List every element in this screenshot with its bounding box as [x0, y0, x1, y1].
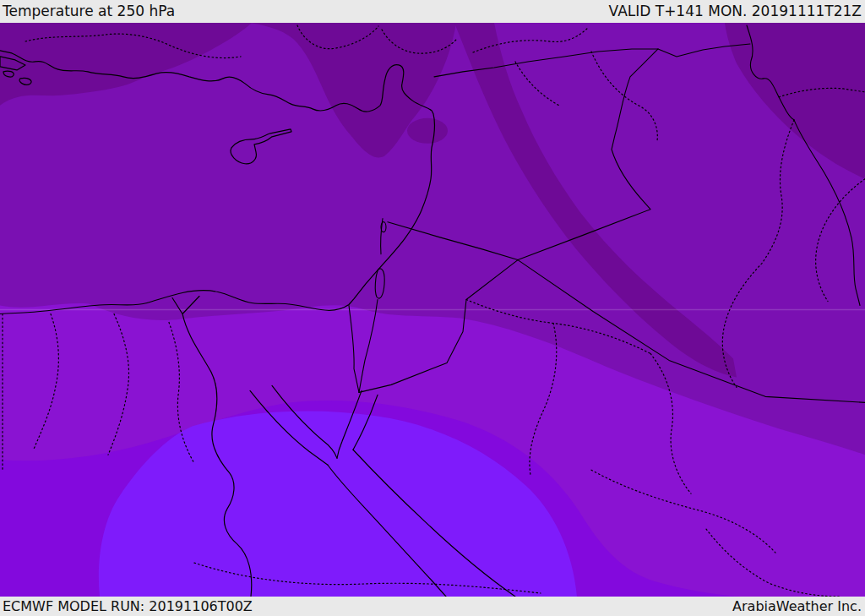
- map-area: [0, 23, 865, 597]
- model-run-label: ECMWF MODEL RUN: 20191106T00Z: [3, 600, 253, 613]
- header-bar: Temperature at 250 hPa VALID T+141 MON. …: [0, 0, 865, 23]
- map-canvas: [0, 23, 865, 597]
- credit-label: ArabiaWeather Inc.: [732, 600, 862, 613]
- footer-bar: ECMWF MODEL RUN: 20191106T00Z ArabiaWeat…: [0, 597, 865, 616]
- valid-time-label: VALID T+141 MON. 20191111T21Z: [609, 4, 862, 19]
- parameter-title: Temperature at 250 hPa: [3, 4, 175, 19]
- temperature-band-darkest-blob: [407, 118, 448, 144]
